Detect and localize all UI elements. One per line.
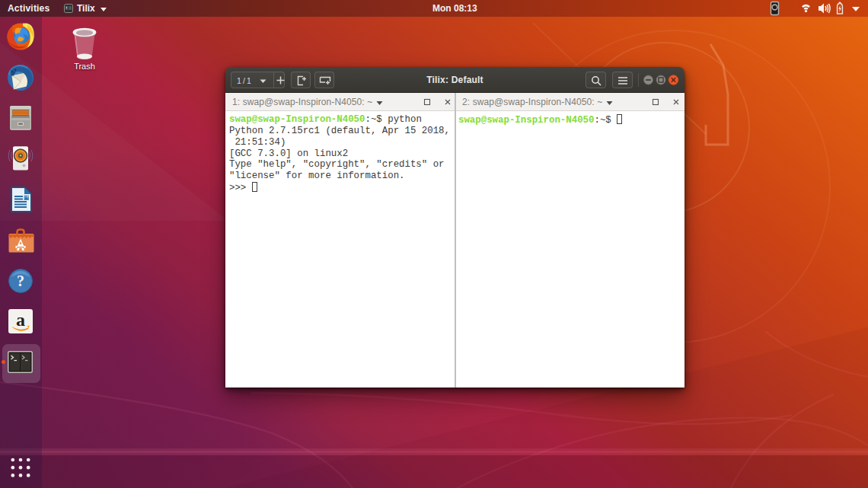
svg-text:a: a	[16, 310, 25, 330]
svg-text:?: ?	[17, 273, 24, 289]
